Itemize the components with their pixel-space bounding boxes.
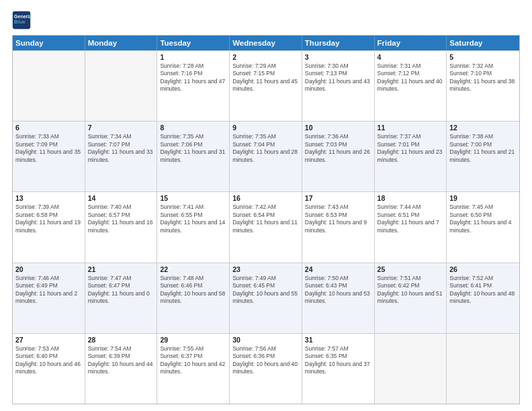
day-number: 20 bbox=[15, 265, 82, 273]
day-number: 25 bbox=[378, 265, 444, 273]
day-info: Sunrise: 7:32 AM Sunset: 7:10 PM Dayligh… bbox=[449, 62, 517, 93]
day-info: Sunrise: 7:28 AM Sunset: 7:16 PM Dayligh… bbox=[160, 62, 226, 93]
day-cell-17: 17Sunrise: 7:43 AM Sunset: 6:53 PM Dayli… bbox=[302, 192, 375, 262]
day-info: Sunrise: 7:52 AM Sunset: 6:41 PM Dayligh… bbox=[449, 275, 517, 306]
calendar-body: 1Sunrise: 7:28 AM Sunset: 7:16 PM Daylig… bbox=[13, 50, 519, 404]
day-cell-31: 31Sunrise: 7:57 AM Sunset: 6:35 PM Dayli… bbox=[302, 334, 375, 404]
day-number: 12 bbox=[449, 124, 517, 132]
day-cell-1: 1Sunrise: 7:28 AM Sunset: 7:16 PM Daylig… bbox=[157, 51, 230, 121]
day-number: 5 bbox=[449, 53, 517, 61]
day-info: Sunrise: 7:48 AM Sunset: 6:46 PM Dayligh… bbox=[160, 275, 226, 306]
day-number: 31 bbox=[305, 336, 371, 344]
day-number: 30 bbox=[232, 336, 299, 344]
day-cell-26: 26Sunrise: 7:52 AM Sunset: 6:41 PM Dayli… bbox=[447, 263, 519, 333]
day-number: 3 bbox=[305, 53, 371, 61]
day-info: Sunrise: 7:55 AM Sunset: 6:37 PM Dayligh… bbox=[160, 345, 226, 376]
day-cell-5: 5Sunrise: 7:32 AM Sunset: 7:10 PM Daylig… bbox=[447, 51, 519, 121]
day-number: 16 bbox=[232, 194, 299, 202]
day-info: Sunrise: 7:35 AM Sunset: 7:06 PM Dayligh… bbox=[160, 133, 226, 164]
calendar-week-1: 1Sunrise: 7:28 AM Sunset: 7:16 PM Daylig… bbox=[13, 50, 519, 121]
day-cell-23: 23Sunrise: 7:49 AM Sunset: 6:45 PM Dayli… bbox=[230, 263, 302, 333]
calendar: SundayMondayTuesdayWednesdayThursdayFrid… bbox=[12, 35, 520, 404]
day-info: Sunrise: 7:43 AM Sunset: 6:53 PM Dayligh… bbox=[305, 203, 371, 234]
day-number: 23 bbox=[232, 265, 299, 273]
header-day-friday: Friday bbox=[375, 36, 447, 50]
day-number: 29 bbox=[160, 336, 226, 344]
day-cell-30: 30Sunrise: 7:56 AM Sunset: 6:36 PM Dayli… bbox=[230, 334, 302, 404]
day-cell-9: 9Sunrise: 7:35 AM Sunset: 7:04 PM Daylig… bbox=[230, 122, 302, 191]
logo-icon: General Blue bbox=[12, 11, 31, 30]
day-info: Sunrise: 7:42 AM Sunset: 6:54 PM Dayligh… bbox=[232, 203, 299, 234]
day-info: Sunrise: 7:44 AM Sunset: 6:51 PM Dayligh… bbox=[378, 203, 444, 234]
day-info: Sunrise: 7:35 AM Sunset: 7:04 PM Dayligh… bbox=[232, 133, 299, 164]
day-info: Sunrise: 7:37 AM Sunset: 7:01 PM Dayligh… bbox=[378, 133, 444, 164]
day-cell-13: 13Sunrise: 7:39 AM Sunset: 6:58 PM Dayli… bbox=[13, 192, 85, 262]
header-day-sunday: Sunday bbox=[13, 36, 85, 50]
day-number: 2 bbox=[232, 53, 299, 61]
day-cell-22: 22Sunrise: 7:48 AM Sunset: 6:46 PM Dayli… bbox=[157, 263, 230, 333]
empty-cell bbox=[13, 51, 85, 121]
day-number: 6 bbox=[15, 124, 82, 132]
day-cell-3: 3Sunrise: 7:30 AM Sunset: 7:13 PM Daylig… bbox=[302, 51, 375, 121]
day-number: 8 bbox=[160, 124, 226, 132]
day-info: Sunrise: 7:45 AM Sunset: 6:50 PM Dayligh… bbox=[449, 203, 517, 234]
day-info: Sunrise: 7:51 AM Sunset: 6:42 PM Dayligh… bbox=[378, 275, 444, 306]
day-cell-29: 29Sunrise: 7:55 AM Sunset: 6:37 PM Dayli… bbox=[157, 334, 230, 404]
calendar-week-5: 27Sunrise: 7:53 AM Sunset: 6:40 PM Dayli… bbox=[13, 333, 519, 404]
day-info: Sunrise: 7:40 AM Sunset: 6:57 PM Dayligh… bbox=[88, 203, 154, 234]
calendar-week-3: 13Sunrise: 7:39 AM Sunset: 6:58 PM Dayli… bbox=[13, 191, 519, 262]
day-info: Sunrise: 7:46 AM Sunset: 6:49 PM Dayligh… bbox=[15, 275, 82, 306]
day-number: 24 bbox=[305, 265, 371, 273]
day-number: 13 bbox=[15, 194, 82, 202]
header-day-wednesday: Wednesday bbox=[230, 36, 302, 50]
day-number: 10 bbox=[305, 124, 371, 132]
day-number: 22 bbox=[160, 265, 226, 273]
day-number: 11 bbox=[378, 124, 444, 132]
svg-text:Blue: Blue bbox=[14, 19, 26, 25]
day-info: Sunrise: 7:38 AM Sunset: 7:00 PM Dayligh… bbox=[449, 133, 517, 164]
day-cell-28: 28Sunrise: 7:54 AM Sunset: 6:39 PM Dayli… bbox=[85, 334, 158, 404]
day-info: Sunrise: 7:53 AM Sunset: 6:40 PM Dayligh… bbox=[15, 345, 82, 376]
day-number: 19 bbox=[449, 194, 517, 202]
day-info: Sunrise: 7:57 AM Sunset: 6:35 PM Dayligh… bbox=[305, 345, 371, 376]
header: General Blue bbox=[12, 11, 520, 30]
day-cell-18: 18Sunrise: 7:44 AM Sunset: 6:51 PM Dayli… bbox=[375, 192, 447, 262]
day-cell-4: 4Sunrise: 7:31 AM Sunset: 7:12 PM Daylig… bbox=[375, 51, 447, 121]
day-cell-11: 11Sunrise: 7:37 AM Sunset: 7:01 PM Dayli… bbox=[375, 122, 447, 191]
day-cell-19: 19Sunrise: 7:45 AM Sunset: 6:50 PM Dayli… bbox=[447, 192, 519, 262]
day-info: Sunrise: 7:49 AM Sunset: 6:45 PM Dayligh… bbox=[232, 275, 299, 306]
day-info: Sunrise: 7:36 AM Sunset: 7:03 PM Dayligh… bbox=[305, 133, 371, 164]
day-cell-21: 21Sunrise: 7:47 AM Sunset: 6:47 PM Dayli… bbox=[85, 263, 158, 333]
day-cell-10: 10Sunrise: 7:36 AM Sunset: 7:03 PM Dayli… bbox=[302, 122, 375, 191]
day-info: Sunrise: 7:29 AM Sunset: 7:15 PM Dayligh… bbox=[232, 62, 299, 93]
day-info: Sunrise: 7:47 AM Sunset: 6:47 PM Dayligh… bbox=[88, 275, 154, 306]
day-cell-2: 2Sunrise: 7:29 AM Sunset: 7:15 PM Daylig… bbox=[230, 51, 302, 121]
calendar-week-4: 20Sunrise: 7:46 AM Sunset: 6:49 PM Dayli… bbox=[13, 263, 519, 333]
day-number: 17 bbox=[305, 194, 371, 202]
day-cell-6: 6Sunrise: 7:33 AM Sunset: 7:09 PM Daylig… bbox=[13, 122, 85, 191]
day-cell-7: 7Sunrise: 7:34 AM Sunset: 7:07 PM Daylig… bbox=[85, 122, 158, 191]
day-number: 26 bbox=[449, 265, 517, 273]
day-info: Sunrise: 7:54 AM Sunset: 6:39 PM Dayligh… bbox=[88, 345, 154, 376]
calendar-page: General Blue SundayMondayTuesdayWednesda… bbox=[0, 0, 532, 411]
calendar-week-2: 6Sunrise: 7:33 AM Sunset: 7:09 PM Daylig… bbox=[13, 121, 519, 191]
day-info: Sunrise: 7:34 AM Sunset: 7:07 PM Dayligh… bbox=[88, 133, 154, 164]
day-cell-12: 12Sunrise: 7:38 AM Sunset: 7:00 PM Dayli… bbox=[447, 122, 519, 191]
day-number: 14 bbox=[88, 194, 154, 202]
day-info: Sunrise: 7:56 AM Sunset: 6:36 PM Dayligh… bbox=[232, 345, 299, 376]
day-cell-16: 16Sunrise: 7:42 AM Sunset: 6:54 PM Dayli… bbox=[230, 192, 302, 262]
day-info: Sunrise: 7:31 AM Sunset: 7:12 PM Dayligh… bbox=[378, 62, 444, 93]
day-info: Sunrise: 7:41 AM Sunset: 6:55 PM Dayligh… bbox=[160, 203, 226, 234]
day-cell-27: 27Sunrise: 7:53 AM Sunset: 6:40 PM Dayli… bbox=[13, 334, 85, 404]
day-number: 28 bbox=[88, 336, 154, 344]
day-number: 15 bbox=[160, 194, 226, 202]
day-info: Sunrise: 7:39 AM Sunset: 6:58 PM Dayligh… bbox=[15, 203, 82, 234]
day-number: 27 bbox=[15, 336, 82, 344]
header-day-thursday: Thursday bbox=[302, 36, 375, 50]
header-day-tuesday: Tuesday bbox=[157, 36, 230, 50]
day-number: 9 bbox=[232, 124, 299, 132]
day-number: 4 bbox=[378, 53, 444, 61]
header-day-saturday: Saturday bbox=[447, 36, 519, 50]
day-info: Sunrise: 7:30 AM Sunset: 7:13 PM Dayligh… bbox=[305, 62, 371, 93]
day-cell-24: 24Sunrise: 7:50 AM Sunset: 6:43 PM Dayli… bbox=[302, 263, 375, 333]
